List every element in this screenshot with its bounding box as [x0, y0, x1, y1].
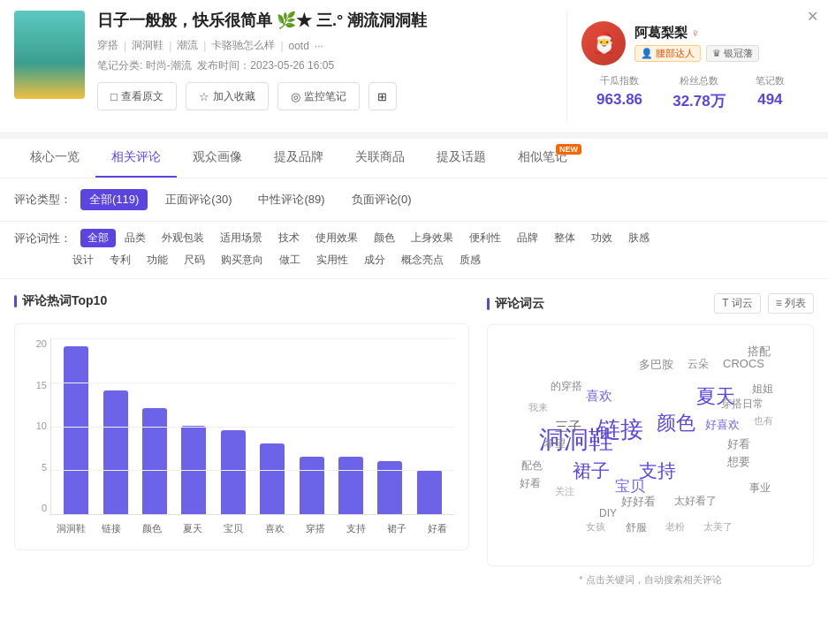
chart-bar[interactable]	[377, 461, 402, 514]
word-cloud-word[interactable]: 多巴胺	[639, 357, 673, 373]
word-cloud-word[interactable]: 裙子	[573, 458, 610, 483]
word-cloud-word[interactable]: 我来	[528, 401, 548, 414]
chart-bar[interactable]	[338, 457, 363, 514]
word-cloud-word[interactable]: 的穿搭	[551, 379, 582, 394]
word-cloud-word[interactable]: 舒服	[626, 520, 647, 535]
word-cloud-word[interactable]: 太美了	[703, 520, 733, 534]
stat-qianlu: 千瓜指数 963.86	[596, 74, 642, 111]
word-cloud-word[interactable]: 好喜欢	[705, 417, 740, 433]
word-filter-btn[interactable]: 品牌	[510, 229, 545, 247]
chart-bar[interactable]	[417, 470, 442, 514]
chart-container: 20 15 10 5 0 洞洞鞋链接颜色夏天宝贝喜欢穿	[14, 323, 469, 550]
word-filter-btn[interactable]: 购买意向	[214, 251, 270, 269]
nav-tab-brand[interactable]: 提及品牌	[258, 139, 339, 178]
view-original-button[interactable]: □ 查看原文	[97, 82, 177, 110]
word-cloud-word[interactable]: 事业	[749, 481, 771, 496]
word-cloud-word[interactable]: DIY	[599, 507, 617, 519]
word-cloud-word[interactable]: 关注	[555, 485, 574, 498]
tag-kalouchi[interactable]: 卡骆驰怎么样	[211, 38, 275, 53]
word-cloud-word[interactable]: 配色	[521, 458, 543, 474]
word-filter-btn[interactable]: 概念亮点	[394, 251, 451, 269]
tag-chuanda[interactable]: 穿搭	[97, 38, 118, 53]
word-filter-btn[interactable]: 成分	[357, 251, 392, 269]
wordcloud-toggle: T 词云 ≡ 列表	[714, 293, 814, 314]
word-cloud-word[interactable]: 穿搭日常	[721, 397, 763, 412]
bar-x-label: 裙子	[380, 519, 414, 535]
comment-type-btn[interactable]: 全部(119)	[80, 189, 148, 210]
word-filter-btn[interactable]: 便利性	[462, 229, 508, 247]
word-filter-btn[interactable]: 全部	[80, 229, 116, 247]
word-cloud-word[interactable]: 希望	[544, 436, 566, 451]
word-cloud-word[interactable]: 三子	[555, 419, 581, 436]
word-cloud-word[interactable]: 云朵	[687, 357, 709, 372]
tag-chaoliu[interactable]: 潮流	[177, 38, 198, 53]
toggle-word-cloud-button[interactable]: T 词云	[714, 293, 760, 314]
tag-ootd[interactable]: ootd	[289, 40, 309, 52]
nav-tab-core[interactable]: 核心一览	[14, 139, 95, 178]
word-filter-btn[interactable]: 技术	[271, 229, 307, 247]
monitor-note-button[interactable]: ◎ 监控笔记	[277, 82, 360, 110]
word-filter-btn[interactable]: 颜色	[367, 229, 402, 247]
word-filter-btn[interactable]: 整体	[547, 229, 582, 247]
profile-name: 阿葛梨梨 ♀	[634, 25, 800, 42]
word-filter-btn[interactable]: 设计	[65, 251, 101, 269]
word-filter-btn[interactable]: 外观包装	[155, 229, 211, 247]
nav-tab-similar[interactable]: 相似笔记NEW	[502, 139, 583, 178]
chart-bar[interactable]	[221, 430, 246, 514]
word-cloud-word[interactable]: 喜欢	[586, 388, 612, 405]
chart-bar[interactable]	[260, 443, 285, 514]
word-cloud-word[interactable]: 太好看了	[674, 494, 717, 509]
word-cloud-word[interactable]: 也有	[754, 414, 773, 428]
bar-group	[295, 457, 327, 514]
word-filter-btn[interactable]: 做工	[272, 251, 308, 269]
y-label-10: 10	[36, 420, 47, 431]
word-cloud-word[interactable]: 女孩	[586, 520, 605, 534]
word-filter-btn[interactable]: 实用性	[309, 251, 355, 269]
comment-type-label: 评论类型：	[14, 192, 72, 208]
word-cloud-word[interactable]: 好看	[727, 436, 750, 452]
chart-bar[interactable]	[300, 457, 324, 514]
word-cloud-word[interactable]: 搭配	[748, 344, 771, 360]
profile-top: 🎅 阿葛梨梨 ♀ 👤 腰部达人 ♛ 银冠藩	[581, 21, 800, 65]
tag-more[interactable]: ···	[315, 40, 323, 52]
word-cloud-word[interactable]: 想要	[727, 454, 750, 470]
comment-type-btn[interactable]: 中性评论(89)	[249, 189, 333, 210]
nav-tab-goods[interactable]: 关联商品	[339, 139, 421, 178]
close-button[interactable]: ✕	[803, 7, 821, 25]
tag-dongdongxie[interactable]: 洞洞鞋	[132, 38, 163, 53]
word-cloud-word[interactable]: 老粉	[665, 520, 685, 534]
nav-tab-comments[interactable]: 相关评论	[95, 139, 177, 178]
word-cloud-word[interactable]: 好好看	[621, 494, 656, 510]
avatar: 🎅	[581, 21, 626, 65]
word-filter-row1: 全部品类外观包装适用场景技术使用效果颜色上身效果便利性品牌整体功效肤感	[80, 229, 657, 247]
word-filter-btn[interactable]: 适用场景	[213, 229, 270, 247]
add-collection-button[interactable]: ☆ 加入收藏	[186, 82, 269, 110]
word-cloud-word[interactable]: 姐姐	[752, 382, 773, 397]
nav-tab-topic[interactable]: 提及话题	[421, 139, 502, 178]
word-cloud-word[interactable]: 好看	[520, 476, 541, 491]
chart-bar[interactable]	[142, 408, 167, 514]
comment-type-btn[interactable]: 正面评论(30)	[156, 189, 240, 210]
word-filter-btn[interactable]: 质感	[452, 251, 488, 269]
word-cloud-word[interactable]: 链接	[597, 414, 643, 445]
nav-tab-audience[interactable]: 观众画像	[177, 139, 258, 178]
chart-title: 评论热词Top10	[14, 293, 469, 309]
word-filter-btn[interactable]: 上身效果	[404, 229, 460, 247]
bar-x-label: 好看	[421, 519, 454, 535]
chart-bar[interactable]	[64, 346, 88, 514]
note-tags: 穿搭 | 洞洞鞋 | 潮流 | 卡骆驰怎么样 | ootd ···	[97, 38, 566, 53]
word-cloud-word[interactable]: 颜色	[657, 410, 695, 436]
word-filter-btn[interactable]: 功效	[584, 229, 619, 247]
toggle-list-button[interactable]: ≡ 列表	[768, 293, 814, 314]
word-filter-btn[interactable]: 专利	[103, 251, 138, 269]
word-filter-btn[interactable]: 功能	[140, 251, 175, 269]
grid-view-button[interactable]: ⊞	[368, 82, 397, 110]
word-filter-btn[interactable]: 尺码	[177, 251, 212, 269]
comment-type-btn[interactable]: 负面评论(0)	[343, 189, 421, 210]
word-filter-btn[interactable]: 使用效果	[308, 229, 365, 247]
comment-type-filter: 评论类型：全部(119)正面评论(30)中性评论(89)负面评论(0)	[0, 178, 828, 222]
chart-bar[interactable]	[103, 390, 128, 514]
word-filter-btn[interactable]: 肤感	[621, 229, 657, 247]
word-filter-btn[interactable]: 品类	[118, 229, 153, 247]
word-cloud: 洞洞鞋颜色链接夏天裙子支持宝贝喜欢好喜欢穿搭日常心动开心多巴胺云朵CROCS搭配…	[502, 339, 799, 551]
